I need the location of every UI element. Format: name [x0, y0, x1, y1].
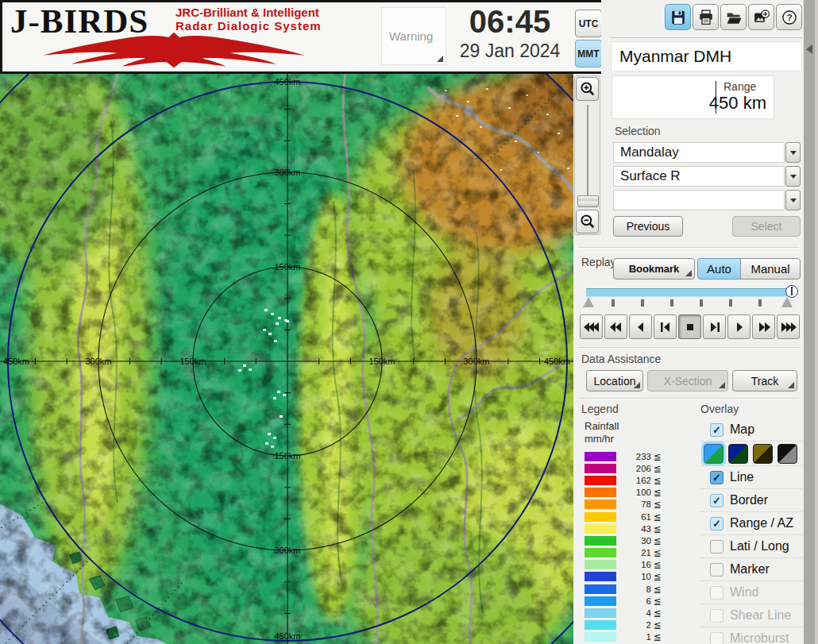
stop-button[interactable] [678, 314, 701, 339]
previous-button[interactable]: Previous [613, 216, 683, 237]
location-button[interactable]: Location [586, 370, 643, 391]
slider-tick [670, 299, 673, 307]
fast-rewind-icon [608, 322, 624, 333]
logo-tagline-1: JRC-Brilliant & Intelligent [176, 6, 319, 19]
legend-row: 16≦ [585, 559, 689, 571]
step-forward-icon [707, 322, 723, 333]
toolbar: ? [665, 4, 802, 30]
legend-value: 4 [616, 608, 651, 618]
overlay-item-map: ✓Map [700, 418, 802, 442]
rain-echo [271, 445, 274, 448]
zoom-out-button[interactable] [576, 210, 599, 233]
slider-tick [758, 299, 762, 307]
legend-value: 162 [616, 476, 651, 485]
play-button[interactable] [727, 314, 750, 339]
mmt-button[interactable]: MMT [575, 40, 602, 67]
legend-row: 21≦ [585, 547, 689, 559]
warning-button[interactable]: Warning [381, 7, 446, 65]
legend-row: 8≦ [585, 583, 689, 595]
zoom-in-button[interactable] [576, 77, 599, 101]
rain-echo [280, 415, 283, 418]
legend-value: 100 [616, 488, 651, 497]
zoom-out-icon [580, 214, 596, 229]
fast-forward-button[interactable] [752, 314, 775, 339]
zoom-slider-handle[interactable] [577, 195, 599, 207]
rain-echo [278, 317, 281, 319]
rain-echo [277, 391, 280, 393]
site-dropdown-arrow[interactable] [785, 142, 801, 163]
slider-tick [641, 299, 644, 307]
panel-edge-strip[interactable] [804, 0, 815, 644]
fast-rewind-button[interactable] [604, 314, 627, 339]
fast-rewind-triple-button[interactable] [580, 314, 603, 339]
topographic-map: 150km150km150km150km300km300km300km300km… [0, 74, 573, 644]
fast-forward-icon [756, 322, 772, 333]
radar-map-canvas[interactable]: 150km150km150km150km300km300km300km300km… [0, 74, 573, 644]
map-style-swatch-0[interactable] [704, 444, 723, 464]
select-button[interactable]: Select [732, 216, 801, 237]
play-reverse-button[interactable] [629, 314, 652, 339]
map-style-swatch-3[interactable] [777, 444, 797, 464]
data-assistance-label: Data Assistance [581, 353, 661, 365]
range-ring-label: 300km [274, 546, 300, 555]
fast-forward-triple-button[interactable] [777, 314, 800, 339]
checkbox[interactable]: ✓ [710, 423, 723, 437]
utc-button[interactable]: UTC [575, 10, 602, 37]
map-style-swatch-2[interactable] [753, 444, 773, 464]
manual-button[interactable]: Manual [740, 258, 801, 280]
auto-button[interactable]: Auto [697, 258, 741, 280]
checkbox[interactable] [710, 586, 723, 600]
track-button[interactable]: Track [732, 370, 797, 391]
checkbox[interactable] [710, 540, 723, 553]
section-separator [578, 398, 799, 399]
x-section-button[interactable]: X-Section [647, 370, 728, 391]
zoom-slider-track[interactable] [587, 105, 588, 202]
save-button[interactable] [665, 4, 691, 30]
site-dropdown-value[interactable]: Mandalay [613, 142, 785, 163]
print-button[interactable] [693, 4, 719, 30]
header-right: ? Myanmar DMH [601, 0, 804, 74]
extra-dropdown-arrow[interactable] [785, 190, 801, 210]
zoom-in-icon [580, 81, 596, 97]
site-dropdown: Mandalay [613, 142, 801, 163]
legend-swatch [585, 476, 616, 485]
help-button[interactable]: ? [776, 4, 802, 30]
station-name: Myanmar DMH [611, 41, 802, 71]
legend-value: 21 [616, 548, 651, 557]
checkbox[interactable] [710, 632, 723, 644]
range-ring-label: 150km [368, 357, 395, 366]
legend-comparator: ≦ [654, 559, 662, 570]
panel-collapse-arrow-icon[interactable] [806, 44, 812, 54]
play-reverse-icon [633, 322, 649, 333]
replay-slider-start-marker [583, 297, 594, 307]
checkbox[interactable]: ✓ [710, 517, 723, 530]
rain-echo [265, 442, 268, 445]
print-icon [698, 10, 714, 25]
replay-slider-handle[interactable] [785, 285, 798, 298]
legend-value: 10 [616, 572, 651, 581]
step-back-button[interactable] [654, 314, 677, 339]
rain-echo [276, 322, 279, 325]
save-icon [670, 10, 686, 25]
rain-echo [263, 329, 266, 331]
header-separator [611, 37, 802, 38]
map-style-swatch-1[interactable] [728, 444, 748, 464]
checkbox[interactable] [710, 609, 723, 623]
range-ring-label: 450km [544, 357, 570, 366]
checkbox[interactable] [710, 563, 723, 577]
product-dropdown-value[interactable]: Surface R [613, 166, 785, 187]
step-forward-button[interactable] [703, 314, 726, 339]
bookmark-button[interactable]: Bookmark [613, 258, 695, 280]
extra-dropdown-value[interactable] [613, 190, 785, 210]
legend-comparator: ≦ [654, 584, 662, 595]
add-image-icon [754, 10, 770, 25]
open-folder-button[interactable] [720, 4, 747, 30]
product-dropdown: Surface R [613, 166, 801, 187]
product-dropdown-arrow[interactable] [785, 166, 801, 187]
selection-label: Selection [615, 125, 661, 137]
checkbox[interactable]: ✓ [710, 494, 723, 507]
replay-slider-track[interactable] [586, 288, 793, 297]
legend-row: 10≦ [585, 571, 689, 583]
checkbox[interactable]: ✓ [710, 471, 723, 484]
add-image-button[interactable] [748, 4, 774, 30]
